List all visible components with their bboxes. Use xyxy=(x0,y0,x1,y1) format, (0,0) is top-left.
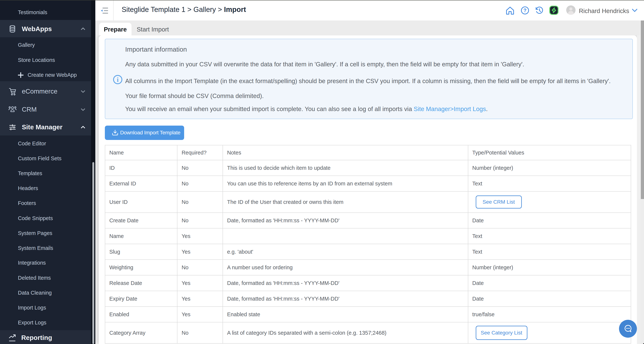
svg-text:i: i xyxy=(117,76,118,83)
svg-text:?: ? xyxy=(524,8,527,13)
